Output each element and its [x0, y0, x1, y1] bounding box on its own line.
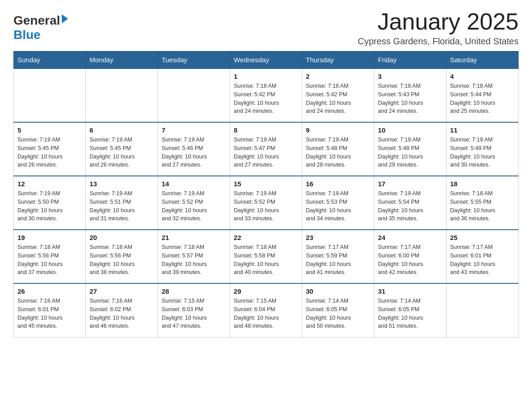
- calendar-cell: 26Sunrise: 7:16 AM Sunset: 6:01 PM Dayli…: [14, 283, 86, 337]
- calendar-cell: 22Sunrise: 7:18 AM Sunset: 5:58 PM Dayli…: [230, 230, 302, 283]
- day-info: Sunrise: 7:18 AM Sunset: 5:42 PM Dayligh…: [306, 82, 370, 116]
- day-info: Sunrise: 7:19 AM Sunset: 5:45 PM Dayligh…: [17, 136, 82, 169]
- calendar-cell: 13Sunrise: 7:19 AM Sunset: 5:51 PM Dayli…: [86, 176, 158, 230]
- day-number: 2: [306, 73, 370, 80]
- calendar-cell: 5Sunrise: 7:19 AM Sunset: 5:45 PM Daylig…: [14, 122, 86, 176]
- calendar-cell: 20Sunrise: 7:18 AM Sunset: 5:56 PM Dayli…: [86, 230, 158, 283]
- day-number: 20: [90, 234, 154, 241]
- logo-general-text: General: [13, 13, 60, 28]
- calendar-cell: 6Sunrise: 7:19 AM Sunset: 5:45 PM Daylig…: [86, 122, 158, 176]
- day-info: Sunrise: 7:19 AM Sunset: 5:52 PM Dayligh…: [234, 189, 298, 223]
- calendar-cell: 28Sunrise: 7:15 AM Sunset: 6:03 PM Dayli…: [158, 283, 230, 337]
- day-number: 13: [90, 180, 154, 188]
- day-info: Sunrise: 7:19 AM Sunset: 5:52 PM Dayligh…: [162, 189, 226, 223]
- day-info: Sunrise: 7:18 AM Sunset: 5:43 PM Dayligh…: [378, 82, 442, 116]
- day-info: Sunrise: 7:14 AM Sunset: 6:05 PM Dayligh…: [378, 297, 442, 330]
- logo: General Blue: [13, 13, 68, 42]
- calendar-cell: 16Sunrise: 7:19 AM Sunset: 5:53 PM Dayli…: [302, 176, 374, 230]
- day-number: 23: [306, 234, 370, 241]
- day-info: Sunrise: 7:19 AM Sunset: 5:46 PM Dayligh…: [162, 136, 226, 169]
- day-info: Sunrise: 7:19 AM Sunset: 5:51 PM Dayligh…: [90, 189, 154, 223]
- day-info: Sunrise: 7:16 AM Sunset: 6:01 PM Dayligh…: [17, 297, 82, 330]
- day-info: Sunrise: 7:18 AM Sunset: 5:55 PM Dayligh…: [450, 189, 515, 223]
- calendar-cell: [158, 68, 230, 122]
- calendar-cell: [446, 283, 519, 337]
- day-info: Sunrise: 7:19 AM Sunset: 5:53 PM Dayligh…: [306, 189, 370, 223]
- calendar-cell: 4Sunrise: 7:18 AM Sunset: 5:44 PM Daylig…: [446, 68, 519, 122]
- day-number: 5: [17, 126, 82, 134]
- month-title: January 2025: [358, 9, 519, 34]
- calendar-header: SundayMondayTuesdayWednesdayThursdayFrid…: [14, 51, 519, 69]
- day-info: Sunrise: 7:19 AM Sunset: 5:50 PM Dayligh…: [17, 189, 82, 223]
- calendar-cell: 1Sunrise: 7:18 AM Sunset: 5:42 PM Daylig…: [230, 68, 302, 122]
- calendar-cell: 21Sunrise: 7:18 AM Sunset: 5:57 PM Dayli…: [158, 230, 230, 283]
- calendar-cell: 15Sunrise: 7:19 AM Sunset: 5:52 PM Dayli…: [230, 176, 302, 230]
- calendar-cell: 18Sunrise: 7:18 AM Sunset: 5:55 PM Dayli…: [446, 176, 519, 230]
- day-number: 1: [234, 73, 298, 80]
- day-number: 30: [306, 287, 370, 295]
- weekday-header-friday: Friday: [374, 51, 446, 69]
- weekday-header-saturday: Saturday: [446, 51, 519, 69]
- weekday-header-thursday: Thursday: [302, 51, 374, 69]
- calendar-cell: 9Sunrise: 7:19 AM Sunset: 5:48 PM Daylig…: [302, 122, 374, 176]
- calendar-cell: [14, 68, 86, 122]
- calendar-cell: 23Sunrise: 7:17 AM Sunset: 5:59 PM Dayli…: [302, 230, 374, 283]
- day-number: 19: [17, 234, 82, 241]
- day-info: Sunrise: 7:17 AM Sunset: 6:01 PM Dayligh…: [450, 243, 515, 277]
- calendar-week-4: 19Sunrise: 7:18 AM Sunset: 5:56 PM Dayli…: [14, 230, 519, 283]
- day-info: Sunrise: 7:18 AM Sunset: 5:56 PM Dayligh…: [17, 243, 82, 277]
- calendar-cell: 27Sunrise: 7:16 AM Sunset: 6:02 PM Dayli…: [86, 283, 158, 337]
- weekday-header-sunday: Sunday: [14, 51, 86, 69]
- day-number: 28: [162, 287, 226, 295]
- day-number: 25: [450, 234, 515, 241]
- calendar-cell: 8Sunrise: 7:19 AM Sunset: 5:47 PM Daylig…: [230, 122, 302, 176]
- calendar-week-5: 26Sunrise: 7:16 AM Sunset: 6:01 PM Dayli…: [14, 283, 519, 337]
- day-info: Sunrise: 7:17 AM Sunset: 6:00 PM Dayligh…: [378, 243, 442, 277]
- day-number: 14: [162, 180, 226, 188]
- calendar-cell: 14Sunrise: 7:19 AM Sunset: 5:52 PM Dayli…: [158, 176, 230, 230]
- calendar-cell: 2Sunrise: 7:18 AM Sunset: 5:42 PM Daylig…: [302, 68, 374, 122]
- day-info: Sunrise: 7:18 AM Sunset: 5:56 PM Dayligh…: [90, 243, 154, 277]
- day-info: Sunrise: 7:19 AM Sunset: 5:49 PM Dayligh…: [450, 136, 515, 169]
- page-header: General Blue January 2025 Cypress Garden…: [13, 9, 519, 47]
- day-number: 9: [306, 126, 370, 134]
- calendar-cell: 17Sunrise: 7:19 AM Sunset: 5:54 PM Dayli…: [374, 176, 446, 230]
- calendar-cell: 31Sunrise: 7:14 AM Sunset: 6:05 PM Dayli…: [374, 283, 446, 337]
- day-number: 12: [17, 180, 82, 188]
- day-info: Sunrise: 7:16 AM Sunset: 6:02 PM Dayligh…: [90, 297, 154, 330]
- logo-triangle-icon: [62, 14, 68, 23]
- day-number: 27: [90, 287, 154, 295]
- day-info: Sunrise: 7:14 AM Sunset: 6:05 PM Dayligh…: [306, 297, 370, 330]
- day-number: 22: [234, 234, 298, 241]
- day-info: Sunrise: 7:18 AM Sunset: 5:42 PM Dayligh…: [234, 82, 298, 116]
- day-info: Sunrise: 7:19 AM Sunset: 5:47 PM Dayligh…: [234, 136, 298, 169]
- weekday-header-wednesday: Wednesday: [230, 51, 302, 69]
- day-number: 29: [234, 287, 298, 295]
- calendar-week-1: 1Sunrise: 7:18 AM Sunset: 5:42 PM Daylig…: [14, 68, 519, 122]
- calendar-cell: [86, 68, 158, 122]
- day-number: 15: [234, 180, 298, 188]
- location-title: Cypress Gardens, Florida, United States: [358, 36, 519, 47]
- day-info: Sunrise: 7:17 AM Sunset: 5:59 PM Dayligh…: [306, 243, 370, 277]
- calendar-cell: 3Sunrise: 7:18 AM Sunset: 5:43 PM Daylig…: [374, 68, 446, 122]
- day-number: 7: [162, 126, 226, 134]
- day-info: Sunrise: 7:15 AM Sunset: 6:04 PM Dayligh…: [234, 297, 298, 330]
- day-number: 21: [162, 234, 226, 241]
- day-number: 3: [378, 73, 442, 80]
- calendar-cell: 30Sunrise: 7:14 AM Sunset: 6:05 PM Dayli…: [302, 283, 374, 337]
- day-number: 18: [450, 180, 515, 188]
- day-info: Sunrise: 7:19 AM Sunset: 5:48 PM Dayligh…: [306, 136, 370, 169]
- calendar-cell: 11Sunrise: 7:19 AM Sunset: 5:49 PM Dayli…: [446, 122, 519, 176]
- day-number: 31: [378, 287, 442, 295]
- day-number: 24: [378, 234, 442, 241]
- day-number: 11: [450, 126, 515, 134]
- calendar-table: SundayMondayTuesdayWednesdayThursdayFrid…: [13, 51, 519, 338]
- day-number: 16: [306, 180, 370, 188]
- day-info: Sunrise: 7:19 AM Sunset: 5:54 PM Dayligh…: [378, 189, 442, 223]
- calendar-cell: 7Sunrise: 7:19 AM Sunset: 5:46 PM Daylig…: [158, 122, 230, 176]
- day-info: Sunrise: 7:18 AM Sunset: 5:58 PM Dayligh…: [234, 243, 298, 277]
- calendar-week-3: 12Sunrise: 7:19 AM Sunset: 5:50 PM Dayli…: [14, 176, 519, 230]
- day-info: Sunrise: 7:18 AM Sunset: 5:44 PM Dayligh…: [450, 82, 515, 116]
- day-number: 26: [17, 287, 82, 295]
- day-number: 8: [234, 126, 298, 134]
